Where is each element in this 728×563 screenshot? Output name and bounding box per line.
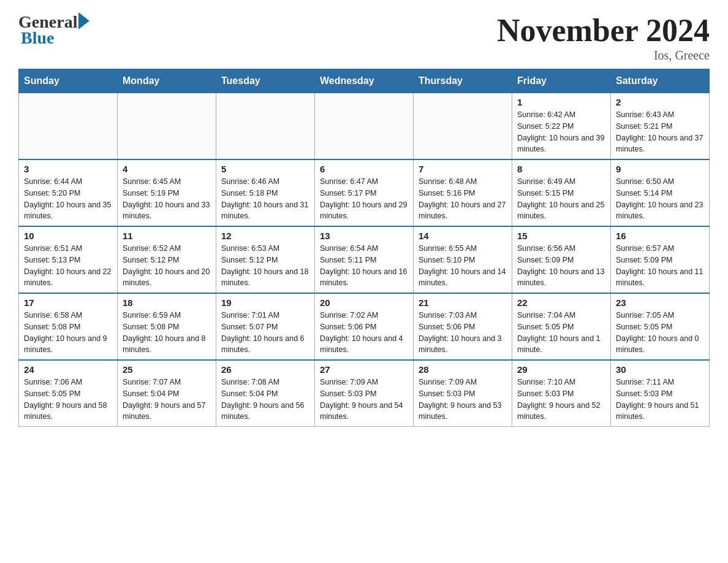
calendar-cell: 11Sunrise: 6:52 AMSunset: 5:12 PMDayligh… xyxy=(118,226,216,293)
calendar-cell: 10Sunrise: 6:51 AMSunset: 5:13 PMDayligh… xyxy=(19,226,118,293)
day-number: 21 xyxy=(419,297,507,308)
day-number: 4 xyxy=(123,164,211,174)
day-info: Sunrise: 7:09 AMSunset: 5:03 PMDaylight:… xyxy=(419,377,507,423)
day-number: 8 xyxy=(517,164,605,174)
day-number: 6 xyxy=(320,164,408,174)
day-number: 15 xyxy=(517,231,605,241)
calendar-cell: 28Sunrise: 7:09 AMSunset: 5:03 PMDayligh… xyxy=(414,360,512,427)
calendar-cell: 16Sunrise: 6:57 AMSunset: 5:09 PMDayligh… xyxy=(611,226,710,293)
day-info: Sunrise: 6:49 AMSunset: 5:15 PMDaylight:… xyxy=(517,176,605,222)
day-number: 1 xyxy=(517,97,605,107)
calendar-cell: 26Sunrise: 7:08 AMSunset: 5:04 PMDayligh… xyxy=(216,360,315,427)
day-info: Sunrise: 7:01 AMSunset: 5:07 PMDaylight:… xyxy=(221,310,309,356)
calendar-cell: 6Sunrise: 6:47 AMSunset: 5:17 PMDaylight… xyxy=(315,159,414,226)
day-number: 24 xyxy=(24,364,112,375)
calendar-cell: 13Sunrise: 6:54 AMSunset: 5:11 PMDayligh… xyxy=(315,226,414,293)
day-number: 17 xyxy=(24,297,112,308)
calendar-cell: 2Sunrise: 6:43 AMSunset: 5:21 PMDaylight… xyxy=(611,93,710,160)
day-number: 30 xyxy=(616,364,704,375)
day-number: 27 xyxy=(320,364,408,375)
page-header: General Blue November 2024 Ios, Greece xyxy=(18,12,710,63)
weekday-header-friday: Friday xyxy=(512,69,611,93)
day-info: Sunrise: 7:06 AMSunset: 5:05 PMDaylight:… xyxy=(24,377,112,423)
day-info: Sunrise: 6:58 AMSunset: 5:08 PMDaylight:… xyxy=(24,310,112,356)
calendar-cell: 15Sunrise: 6:56 AMSunset: 5:09 PMDayligh… xyxy=(512,226,611,293)
day-number: 23 xyxy=(616,297,704,308)
calendar-cell: 12Sunrise: 6:53 AMSunset: 5:12 PMDayligh… xyxy=(216,226,315,293)
day-info: Sunrise: 7:07 AMSunset: 5:04 PMDaylight:… xyxy=(123,377,211,423)
day-info: Sunrise: 6:43 AMSunset: 5:21 PMDaylight:… xyxy=(616,109,704,155)
weekday-header-tuesday: Tuesday xyxy=(216,69,315,93)
calendar-cell: 8Sunrise: 6:49 AMSunset: 5:15 PMDaylight… xyxy=(512,159,611,226)
weekday-header-thursday: Thursday xyxy=(414,69,512,93)
calendar-cell: 3Sunrise: 6:44 AMSunset: 5:20 PMDaylight… xyxy=(19,159,118,226)
day-number: 26 xyxy=(221,364,309,375)
weekday-header-sunday: Sunday xyxy=(19,69,118,93)
day-info: Sunrise: 6:55 AMSunset: 5:10 PMDaylight:… xyxy=(419,243,507,289)
calendar-cell: 19Sunrise: 7:01 AMSunset: 5:07 PMDayligh… xyxy=(216,293,315,360)
day-number: 29 xyxy=(517,364,605,375)
calendar-cell: 21Sunrise: 7:03 AMSunset: 5:06 PMDayligh… xyxy=(414,293,512,360)
calendar-cell: 20Sunrise: 7:02 AMSunset: 5:06 PMDayligh… xyxy=(315,293,414,360)
day-info: Sunrise: 6:42 AMSunset: 5:22 PMDaylight:… xyxy=(517,109,605,155)
day-number: 9 xyxy=(616,164,704,174)
day-number: 10 xyxy=(24,231,112,241)
day-number: 7 xyxy=(419,164,507,174)
day-number: 22 xyxy=(517,297,605,308)
day-number: 12 xyxy=(221,231,309,241)
weekday-header-saturday: Saturday xyxy=(611,69,710,93)
weekday-header-monday: Monday xyxy=(118,69,216,93)
day-info: Sunrise: 7:10 AMSunset: 5:03 PMDaylight:… xyxy=(517,377,605,423)
calendar-cell xyxy=(414,93,512,160)
calendar-cell xyxy=(118,93,216,160)
day-info: Sunrise: 6:45 AMSunset: 5:19 PMDaylight:… xyxy=(123,176,211,222)
day-number: 25 xyxy=(123,364,211,375)
day-info: Sunrise: 7:08 AMSunset: 5:04 PMDaylight:… xyxy=(221,377,309,423)
calendar-cell: 23Sunrise: 7:05 AMSunset: 5:05 PMDayligh… xyxy=(611,293,710,360)
day-number: 20 xyxy=(320,297,408,308)
day-info: Sunrise: 6:52 AMSunset: 5:12 PMDaylight:… xyxy=(123,243,211,289)
day-info: Sunrise: 7:05 AMSunset: 5:05 PMDaylight:… xyxy=(616,310,704,356)
day-info: Sunrise: 6:46 AMSunset: 5:18 PMDaylight:… xyxy=(221,176,309,222)
day-number: 19 xyxy=(221,297,309,308)
day-info: Sunrise: 6:59 AMSunset: 5:08 PMDaylight:… xyxy=(123,310,211,356)
day-number: 16 xyxy=(616,231,704,241)
calendar-cell xyxy=(315,93,414,160)
calendar-cell xyxy=(19,93,118,160)
day-info: Sunrise: 6:51 AMSunset: 5:13 PMDaylight:… xyxy=(24,243,112,289)
day-number: 28 xyxy=(419,364,507,375)
day-info: Sunrise: 7:11 AMSunset: 5:03 PMDaylight:… xyxy=(616,377,704,423)
location: Ios, Greece xyxy=(497,48,710,63)
day-number: 13 xyxy=(320,231,408,241)
calendar-cell: 24Sunrise: 7:06 AMSunset: 5:05 PMDayligh… xyxy=(19,360,118,427)
day-number: 18 xyxy=(123,297,211,308)
calendar-cell: 17Sunrise: 6:58 AMSunset: 5:08 PMDayligh… xyxy=(19,293,118,360)
calendar-cell: 4Sunrise: 6:45 AMSunset: 5:19 PMDaylight… xyxy=(118,159,216,226)
calendar-cell: 14Sunrise: 6:55 AMSunset: 5:10 PMDayligh… xyxy=(414,226,512,293)
logo: General Blue xyxy=(18,12,89,48)
calendar-cell: 30Sunrise: 7:11 AMSunset: 5:03 PMDayligh… xyxy=(611,360,710,427)
weekday-header-wednesday: Wednesday xyxy=(315,69,414,93)
day-info: Sunrise: 7:09 AMSunset: 5:03 PMDaylight:… xyxy=(320,377,408,423)
day-info: Sunrise: 6:57 AMSunset: 5:09 PMDaylight:… xyxy=(616,243,704,289)
calendar-cell: 27Sunrise: 7:09 AMSunset: 5:03 PMDayligh… xyxy=(315,360,414,427)
day-number: 3 xyxy=(24,164,112,174)
day-info: Sunrise: 7:03 AMSunset: 5:06 PMDaylight:… xyxy=(419,310,507,356)
calendar-cell xyxy=(216,93,315,160)
calendar-table: SundayMondayTuesdayWednesdayThursdayFrid… xyxy=(18,69,710,427)
calendar-cell: 7Sunrise: 6:48 AMSunset: 5:16 PMDaylight… xyxy=(414,159,512,226)
day-info: Sunrise: 6:48 AMSunset: 5:16 PMDaylight:… xyxy=(419,176,507,222)
day-number: 5 xyxy=(221,164,309,174)
day-info: Sunrise: 6:47 AMSunset: 5:17 PMDaylight:… xyxy=(320,176,408,222)
day-info: Sunrise: 6:50 AMSunset: 5:14 PMDaylight:… xyxy=(616,176,704,222)
month-title: November 2024 xyxy=(497,12,710,48)
day-info: Sunrise: 6:53 AMSunset: 5:12 PMDaylight:… xyxy=(221,243,309,289)
day-info: Sunrise: 6:44 AMSunset: 5:20 PMDaylight:… xyxy=(24,176,112,222)
day-number: 11 xyxy=(123,231,211,241)
calendar-cell: 29Sunrise: 7:10 AMSunset: 5:03 PMDayligh… xyxy=(512,360,611,427)
calendar-cell: 9Sunrise: 6:50 AMSunset: 5:14 PMDaylight… xyxy=(611,159,710,226)
calendar-cell: 22Sunrise: 7:04 AMSunset: 5:05 PMDayligh… xyxy=(512,293,611,360)
day-number: 2 xyxy=(616,97,704,107)
day-info: Sunrise: 7:02 AMSunset: 5:06 PMDaylight:… xyxy=(320,310,408,356)
calendar-cell: 18Sunrise: 6:59 AMSunset: 5:08 PMDayligh… xyxy=(118,293,216,360)
